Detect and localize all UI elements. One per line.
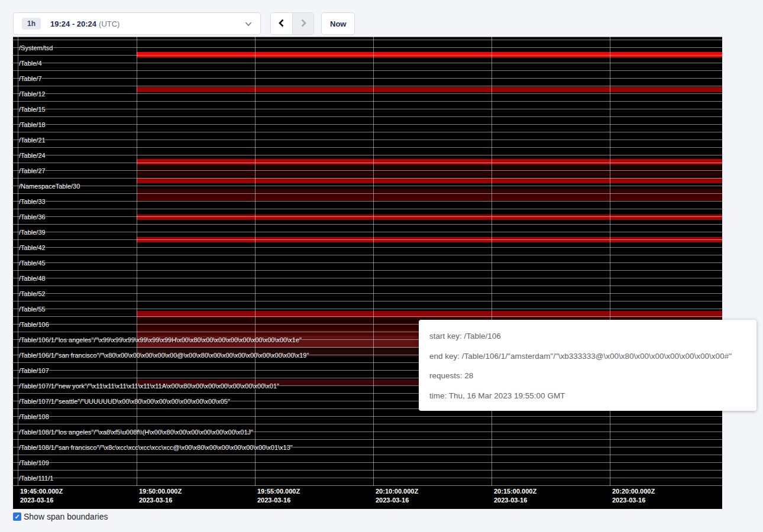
time-nav-group	[270, 12, 314, 35]
now-button[interactable]: Now	[321, 12, 355, 35]
tooltip-requests: requests: 28	[429, 366, 746, 386]
span-boundary-line	[13, 37, 722, 37]
span-boundary-line	[13, 78, 722, 79]
time-gridline	[18, 37, 18, 486]
span-boundary-line	[13, 278, 722, 278]
heat-band[interactable]	[137, 194, 722, 201]
axis-tick-date: 2023-03-16	[257, 497, 290, 504]
span-boundary-line	[13, 101, 722, 102]
show-span-boundaries-control[interactable]: ✓ Show span boundaries	[13, 512, 108, 521]
span-boundary-line	[13, 270, 722, 271]
span-boundary-line	[13, 40, 722, 40]
span-boundary-line	[13, 47, 722, 48]
span-boundary-line	[13, 478, 722, 478]
span-boundary-line	[13, 55, 722, 56]
span-boundary-line	[13, 239, 722, 240]
time-gridline	[373, 37, 374, 486]
row-label: /Table/27	[19, 167, 46, 174]
span-boundary-line	[13, 424, 722, 424]
row-label: /Table/45	[19, 259, 46, 267]
time-gridline	[137, 37, 137, 486]
span-boundary-line	[13, 147, 722, 148]
span-boundary-line	[13, 485, 722, 486]
span-boundary-line	[13, 178, 722, 179]
row-label: /Table/107/1/"seattle"/"UUUUUUD\x00\x80\…	[19, 398, 230, 405]
row-label: /Table/108/1/"los angeles"/"\xa8\xf5\u00…	[19, 429, 253, 436]
heat-band[interactable]	[137, 164, 722, 170]
heat-band[interactable]	[137, 87, 722, 92]
row-label: /Table/33	[19, 198, 46, 205]
span-boundary-line	[13, 293, 722, 294]
heat-band[interactable]	[137, 170, 722, 177]
tooltip-end-key: end key: /Table/106/1/"amsterdam"/"\xb33…	[429, 346, 746, 366]
span-boundary-line	[13, 140, 722, 140]
row-label: /Table/7	[19, 75, 42, 82]
show-span-boundaries-checkbox[interactable]: ✓	[13, 512, 21, 521]
span-boundary-line	[13, 155, 722, 155]
row-label: /Table/24	[19, 152, 46, 159]
span-boundary-line	[13, 124, 722, 125]
span-boundary-line	[13, 186, 722, 186]
axis-tick-date: 2023-03-16	[20, 497, 53, 504]
span-boundary-line	[13, 170, 722, 171]
row-label: /Table/111/1	[19, 475, 53, 482]
axis-tick-date: 2023-03-16	[376, 497, 409, 504]
row-label: /Table/39	[19, 229, 46, 236]
row-label: /Table/42	[19, 244, 46, 251]
row-label: /Table/108	[19, 413, 49, 420]
show-span-boundaries-label: Show span boundaries	[24, 512, 108, 521]
axis-tick-date: 2023-03-16	[612, 497, 645, 504]
next-time-button[interactable]	[292, 13, 313, 34]
span-boundary-line	[13, 193, 722, 194]
span-boundary-line	[13, 86, 722, 86]
keyvis-heatmap-canvas[interactable]: /System/tsd/Table/4/Table/7/Table/12/Tab…	[13, 37, 722, 509]
time-range-label: 19:24 - 20:24	[50, 20, 96, 28]
heat-band[interactable]	[137, 178, 722, 183]
axis-tick-time: 19:50:00.000Z	[139, 488, 182, 495]
span-boundary-line	[13, 216, 722, 217]
heat-band[interactable]	[137, 159, 722, 164]
span-boundary-line	[13, 132, 722, 132]
axis-tick-time: 20:15:00.000Z	[494, 488, 536, 495]
axis-tick-date: 2023-03-16	[494, 497, 527, 504]
span-boundary-line	[13, 439, 722, 440]
span-boundary-line	[13, 70, 722, 71]
keyvis-tooltip: start key: /Table/106 end key: /Table/10…	[419, 320, 756, 411]
checkmark-icon: ✓	[14, 512, 20, 521]
axis-tick-time: 19:45:00.000Z	[20, 488, 63, 495]
span-boundary-line	[13, 255, 722, 255]
span-boundary-line	[13, 209, 722, 209]
chevron-left-icon	[277, 18, 286, 30]
span-boundary-line	[13, 470, 722, 471]
prev-time-button[interactable]	[271, 13, 292, 34]
time-preset-chip: 1h	[22, 18, 41, 30]
time-gridline	[492, 37, 492, 486]
row-label: /Table/15	[19, 106, 46, 113]
span-boundary-line	[13, 309, 722, 309]
row-label: /Table/21	[19, 137, 46, 144]
heat-band[interactable]	[137, 215, 722, 220]
row-label: /Table/107/1/"new york"/"\x11\x11\x11\x1…	[19, 382, 279, 390]
time-range-select[interactable]: 1h 19:24 - 20:24 (UTC)	[13, 12, 261, 35]
axis-tick-time: 20:10:00.000Z	[376, 488, 418, 495]
axis-tick-date: 2023-03-16	[139, 497, 172, 504]
span-boundary-line	[13, 232, 722, 232]
span-boundary-line	[13, 109, 722, 109]
span-boundary-line	[13, 301, 722, 301]
span-boundary-line	[13, 201, 722, 202]
row-label: /System/tsd	[19, 44, 53, 51]
row-label: /Table/109	[19, 459, 49, 466]
chevron-down-icon	[245, 21, 252, 27]
span-boundary-line	[13, 416, 722, 417]
span-boundary-line	[13, 462, 722, 463]
axis-tick-time: 20:20:00.000Z	[612, 488, 655, 495]
axis-tick-time: 19:55:00.000Z	[257, 488, 300, 495]
span-boundary-line	[13, 455, 722, 455]
span-boundary-line	[13, 247, 722, 248]
row-label: /Table/48	[19, 275, 46, 282]
span-boundary-line	[13, 224, 722, 225]
row-label: /Table/108/1/"san francisco"/"\x8c\xcc\x…	[19, 444, 293, 451]
timezone-label: (UTC)	[99, 20, 119, 28]
span-boundary-line	[13, 286, 722, 286]
row-label: /Table/36	[19, 213, 46, 220]
